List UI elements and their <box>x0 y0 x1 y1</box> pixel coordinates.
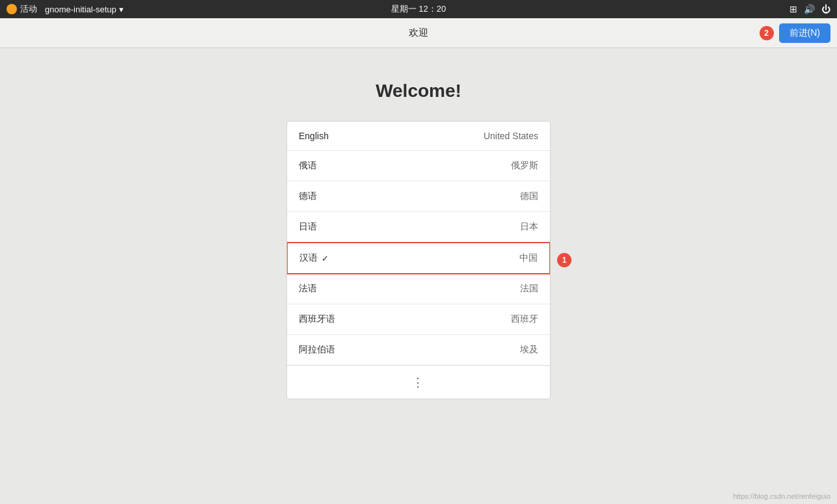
app-name-label: gnome-initial-setup <box>45 5 117 14</box>
lang-name-0: English <box>299 131 329 141</box>
lang-item-3[interactable]: 日语日本 <box>287 212 550 243</box>
lang-region-0: United States <box>484 131 538 141</box>
lang-label-6: 西班牙语 <box>299 313 335 325</box>
lang-region-1: 俄罗斯 <box>511 160 538 172</box>
lang-name-3: 日语 <box>299 221 317 233</box>
topbar: 活动 gnome-initial-setup ▾ 星期一 12：20 ⊞ 🔊 ⏻ <box>0 0 837 18</box>
language-list: EnglishUnited States俄语俄罗斯德语德国日语日本汉语 ✓中国法… <box>286 121 551 399</box>
welcome-heading: Welcome! <box>376 81 461 101</box>
lang-name-5: 法语 <box>299 283 317 295</box>
lang-item-6[interactable]: 西班牙语西班牙 <box>287 304 550 335</box>
lang-label-1: 俄语 <box>299 160 317 172</box>
power-icon[interactable]: ⏻ <box>821 4 830 14</box>
next-button[interactable]: 前进(N) <box>779 23 830 43</box>
lang-region-2: 德国 <box>520 191 538 202</box>
page-title: 欢迎 <box>409 27 428 39</box>
volume-icon[interactable]: 🔊 <box>804 4 815 14</box>
language-list-wrapper: EnglishUnited States俄语俄罗斯德语德国日语日本汉语 ✓中国法… <box>286 121 551 399</box>
main-content: Welcome! EnglishUnited States俄语俄罗斯德语德国日语… <box>0 48 837 504</box>
network-icon[interactable]: ⊞ <box>789 4 797 14</box>
lang-checkmark-4: ✓ <box>322 254 329 263</box>
lang-label-2: 德语 <box>299 191 317 202</box>
lang-label-4: 汉语 <box>299 252 318 264</box>
lang-label-5: 法语 <box>299 283 317 295</box>
step-badge-2: 2 <box>760 26 774 40</box>
dropdown-arrow-icon: ▾ <box>119 5 124 14</box>
app-name-button[interactable]: gnome-initial-setup ▾ <box>45 5 124 14</box>
headerbar: 欢迎 2 前进(N) <box>0 18 837 48</box>
lang-item-4[interactable]: 汉语 ✓中国 <box>286 242 551 274</box>
lang-region-3: 日本 <box>520 221 538 233</box>
headerbar-actions: 2 前进(N) <box>760 23 830 43</box>
lang-region-5: 法国 <box>520 283 538 295</box>
lang-name-2: 德语 <box>299 191 317 202</box>
lang-name-4: 汉语 ✓ <box>299 252 329 264</box>
lang-item-2[interactable]: 德语德国 <box>287 181 550 212</box>
lang-region-4: 中国 <box>519 252 538 264</box>
lang-name-1: 俄语 <box>299 160 317 172</box>
more-languages-button[interactable]: ⋮ <box>287 365 550 399</box>
lang-item-0[interactable]: EnglishUnited States <box>287 122 550 151</box>
activities-button[interactable]: 活动 <box>7 3 37 15</box>
gnome-icon <box>7 4 17 14</box>
url-hint: https://blog.csdn.net/renfeiguio <box>733 492 830 500</box>
lang-region-7: 埃及 <box>520 344 538 356</box>
topbar-clock: 星期一 12：20 <box>391 3 446 15</box>
lang-label-7: 阿拉伯语 <box>299 344 335 356</box>
topbar-left: 活动 gnome-initial-setup ▾ <box>7 3 124 15</box>
lang-label-0: English <box>299 131 329 141</box>
lang-label-3: 日语 <box>299 221 317 233</box>
topbar-right: ⊞ 🔊 ⏻ <box>789 4 830 14</box>
lang-name-6: 西班牙语 <box>299 313 335 325</box>
lang-item-7[interactable]: 阿拉伯语埃及 <box>287 335 550 365</box>
annotation-badge-1: 1 <box>557 253 571 267</box>
activities-label: 活动 <box>20 3 37 15</box>
lang-item-1[interactable]: 俄语俄罗斯 <box>287 151 550 181</box>
lang-item-5[interactable]: 法语法国 <box>287 274 550 304</box>
lang-region-6: 西班牙 <box>511 313 538 325</box>
lang-name-7: 阿拉伯语 <box>299 344 335 356</box>
